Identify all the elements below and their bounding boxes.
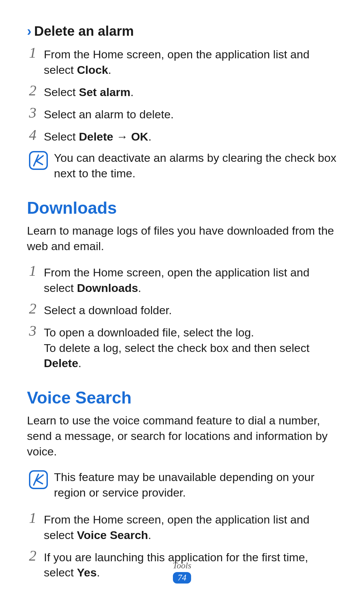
chevron-right-icon: › [27,24,31,39]
step-1: 1 From the Home screen, open the applica… [29,46,337,78]
section-heading-downloads: Downloads [27,198,337,218]
step-number: 2 [29,83,44,97]
step-2: 2 Select Set alarm. [29,83,337,100]
step-number: 2 [29,301,44,316]
step-text: Select Delete → OK. [44,128,337,145]
step-number: 1 [29,511,44,525]
note-icon [29,151,48,170]
step-text: Select an alarm to delete. [44,106,337,122]
footer-section-label: Tools [0,561,364,571]
step-1: 1 From the Home screen, open the applica… [29,511,337,543]
svg-rect-1 [30,471,47,488]
step-text: Select Set alarm. [44,83,337,100]
step-number: 3 [29,324,44,338]
section-heading-voice-search: Voice Search [27,388,337,408]
step-text: From the Home screen, open the applicati… [44,46,337,78]
subsection-title: Delete an alarm [34,24,134,39]
step-1: 1 From the Home screen, open the applica… [29,264,337,296]
note-text: This feature may be unavailable dependin… [54,469,337,501]
page-footer: Tools 74 [0,561,364,584]
step-3: 3 To open a downloaded file, select the … [29,324,337,371]
step-2: 2 Select a download folder. [29,301,337,318]
step-number: 1 [29,264,44,278]
note-box: You can deactivate an alarms by clearing… [29,150,337,181]
step-text: From the Home screen, open the applicati… [44,511,337,543]
step-number: 1 [29,46,44,60]
step-number: 4 [29,128,44,142]
section-intro: Learn to manage logs of files you have d… [27,223,337,254]
step-4: 4 Select Delete → OK. [29,128,337,145]
note-box: This feature may be unavailable dependin… [29,469,337,501]
note-icon [29,470,48,489]
step-number: 2 [29,548,44,563]
step-text: To open a downloaded file, select the lo… [44,324,337,371]
subsection-header-delete-alarm: › Delete an alarm [27,24,337,39]
step-text: Select a download folder. [44,301,337,318]
section-intro: Learn to use the voice command feature t… [27,413,337,459]
svg-rect-0 [30,152,47,169]
step-number: 3 [29,106,44,120]
step-text: From the Home screen, open the applicati… [44,264,337,296]
step-3: 3 Select an alarm to delete. [29,106,337,122]
page-number: 74 [173,572,191,584]
note-text: You can deactivate an alarms by clearing… [54,150,337,181]
